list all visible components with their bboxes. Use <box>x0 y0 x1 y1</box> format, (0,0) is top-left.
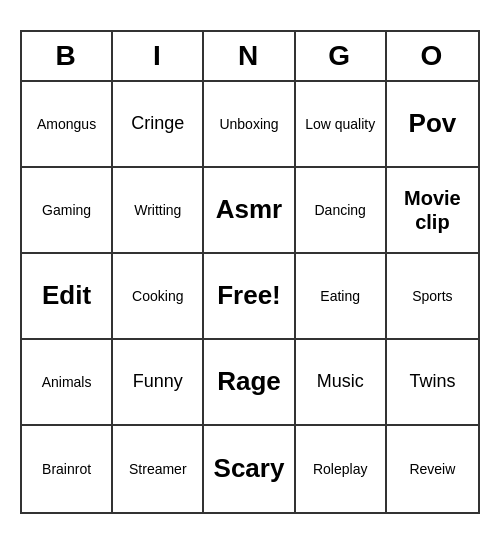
bingo-cell-18[interactable]: Music <box>296 340 387 426</box>
bingo-cell-9[interactable]: Movie clip <box>387 168 478 254</box>
cell-text-14: Sports <box>412 288 452 305</box>
cell-text-2: Unboxing <box>219 116 278 133</box>
bingo-cell-11[interactable]: Cooking <box>113 254 204 340</box>
header-i: I <box>113 32 204 80</box>
bingo-cell-8[interactable]: Dancing <box>296 168 387 254</box>
cell-text-20: Brainrot <box>42 461 91 478</box>
header-n: N <box>204 32 295 80</box>
cell-text-11: Cooking <box>132 288 183 305</box>
bingo-grid: AmongusCringeUnboxingLow qualityPovGamin… <box>22 82 478 512</box>
bingo-cell-22[interactable]: Scary <box>204 426 295 512</box>
bingo-cell-24[interactable]: Reveiw <box>387 426 478 512</box>
bingo-cell-12[interactable]: Free! <box>204 254 295 340</box>
cell-text-1: Cringe <box>131 113 184 135</box>
bingo-cell-3[interactable]: Low quality <box>296 82 387 168</box>
cell-text-10: Edit <box>42 280 91 311</box>
header-g: G <box>296 32 387 80</box>
cell-text-21: Streamer <box>129 461 187 478</box>
cell-text-12: Free! <box>217 280 281 311</box>
cell-text-9: Movie clip <box>391 186 474 234</box>
bingo-cell-17[interactable]: Rage <box>204 340 295 426</box>
cell-text-6: Writting <box>134 202 181 219</box>
cell-text-19: Twins <box>409 371 455 393</box>
cell-text-15: Animals <box>42 374 92 391</box>
bingo-cell-0[interactable]: Amongus <box>22 82 113 168</box>
cell-text-17: Rage <box>217 366 281 397</box>
bingo-header: B I N G O <box>22 32 478 82</box>
cell-text-24: Reveiw <box>409 461 455 478</box>
bingo-cell-20[interactable]: Brainrot <box>22 426 113 512</box>
cell-text-23: Roleplay <box>313 461 367 478</box>
bingo-card: B I N G O AmongusCringeUnboxingLow quali… <box>20 30 480 514</box>
bingo-cell-10[interactable]: Edit <box>22 254 113 340</box>
header-o: O <box>387 32 478 80</box>
bingo-cell-4[interactable]: Pov <box>387 82 478 168</box>
bingo-cell-13[interactable]: Eating <box>296 254 387 340</box>
bingo-cell-23[interactable]: Roleplay <box>296 426 387 512</box>
cell-text-0: Amongus <box>37 116 96 133</box>
cell-text-22: Scary <box>214 453 285 484</box>
bingo-cell-19[interactable]: Twins <box>387 340 478 426</box>
bingo-cell-15[interactable]: Animals <box>22 340 113 426</box>
bingo-cell-7[interactable]: Asmr <box>204 168 295 254</box>
cell-text-13: Eating <box>320 288 360 305</box>
cell-text-5: Gaming <box>42 202 91 219</box>
bingo-cell-2[interactable]: Unboxing <box>204 82 295 168</box>
cell-text-8: Dancing <box>315 202 366 219</box>
cell-text-4: Pov <box>409 108 457 139</box>
bingo-cell-14[interactable]: Sports <box>387 254 478 340</box>
bingo-cell-16[interactable]: Funny <box>113 340 204 426</box>
header-b: B <box>22 32 113 80</box>
bingo-cell-21[interactable]: Streamer <box>113 426 204 512</box>
bingo-cell-1[interactable]: Cringe <box>113 82 204 168</box>
cell-text-3: Low quality <box>305 116 375 133</box>
cell-text-18: Music <box>317 371 364 393</box>
bingo-cell-6[interactable]: Writting <box>113 168 204 254</box>
cell-text-16: Funny <box>133 371 183 393</box>
cell-text-7: Asmr <box>216 194 282 225</box>
bingo-cell-5[interactable]: Gaming <box>22 168 113 254</box>
